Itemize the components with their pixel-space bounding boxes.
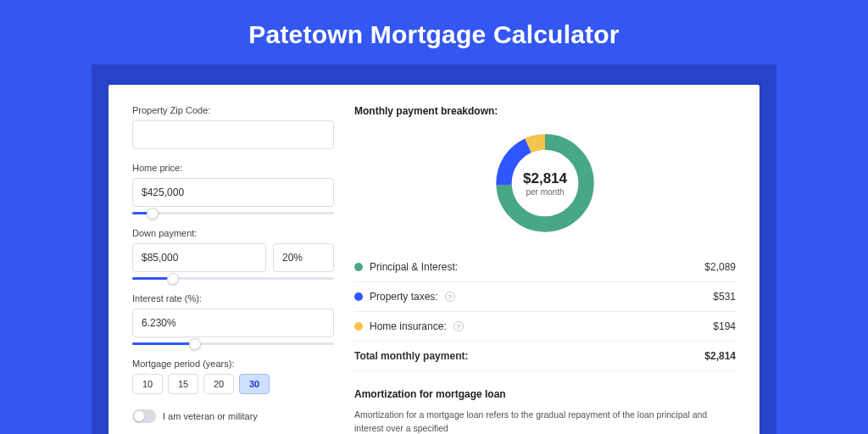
down-payment-input[interactable] (132, 243, 266, 272)
down-payment-pct-input[interactable] (273, 243, 334, 272)
breakdown-title: Monthly payment breakdown: (354, 105, 736, 117)
amortization-text: Amortization for a mortgage loan refers … (354, 409, 736, 434)
donut-center: $2,814 per month (491, 129, 599, 237)
down-payment-label: Down payment: (132, 228, 334, 238)
row-value: $531 (713, 291, 736, 303)
veteran-label: I am veteran or military (163, 411, 258, 421)
breakdown-rows: Principal & Interest: $2,089 Property ta… (354, 253, 736, 371)
period-option-30[interactable]: 30 (239, 374, 270, 394)
zip-input[interactable] (132, 120, 334, 149)
form-column: Property Zip Code: Home price: Down paym… (132, 105, 334, 434)
legend-dot-principal (354, 263, 363, 271)
interest-group: Interest rate (%): (132, 293, 334, 345)
legend-dot-insurance (354, 322, 363, 331)
zip-group: Property Zip Code: (132, 105, 334, 149)
calculator-panel: Property Zip Code: Home price: Down paym… (92, 64, 776, 434)
home-price-group: Home price: (132, 163, 334, 214)
interest-label: Interest rate (%): (132, 293, 334, 303)
period-label: Mortgage period (years): (132, 359, 334, 369)
info-icon[interactable]: ? (445, 292, 455, 302)
period-option-20[interactable]: 20 (203, 374, 234, 394)
interest-slider[interactable] (132, 342, 334, 345)
donut-chart: $2,814 per month (491, 129, 599, 237)
donut-chart-wrap: $2,814 per month (354, 124, 736, 253)
donut-sub: per month (526, 187, 564, 197)
period-option-10[interactable]: 10 (132, 374, 163, 394)
slider-thumb[interactable] (189, 338, 201, 350)
period-segmented: 10 15 20 30 (132, 374, 334, 394)
total-value: $2,814 (704, 350, 736, 362)
period-group: Mortgage period (years): 10 15 20 30 (132, 359, 334, 394)
home-price-input[interactable] (132, 178, 334, 207)
breakdown-row-total: Total monthly payment: $2,814 (354, 342, 736, 371)
donut-value: $2,814 (523, 170, 567, 187)
breakdown-column: Monthly payment breakdown: $2,814 per mo… (354, 105, 736, 434)
row-label: Home insurance: (370, 320, 447, 332)
row-value: $194 (713, 320, 736, 332)
veteran-toggle[interactable] (132, 409, 156, 423)
row-label: Property taxes: (370, 291, 438, 303)
breakdown-row-taxes: Property taxes: ? $531 (354, 282, 736, 312)
breakdown-row-insurance: Home insurance: ? $194 (354, 312, 736, 342)
amortization-section: Amortization for mortgage loan Amortizat… (354, 388, 736, 434)
slider-thumb[interactable] (167, 273, 179, 285)
slider-thumb[interactable] (147, 208, 159, 220)
info-icon[interactable]: ? (453, 321, 464, 331)
home-price-label: Home price: (132, 163, 334, 173)
amortization-title: Amortization for mortgage loan (354, 388, 736, 400)
down-payment-group: Down payment: (132, 228, 334, 280)
calculator-card: Property Zip Code: Home price: Down paym… (108, 85, 760, 434)
period-option-15[interactable]: 15 (168, 374, 198, 394)
zip-label: Property Zip Code: (132, 105, 334, 115)
row-label: Principal & Interest: (370, 261, 458, 273)
interest-input[interactable] (132, 309, 334, 337)
total-label: Total monthly payment: (354, 350, 468, 362)
row-value: $2,089 (704, 261, 736, 273)
page-title: Patetown Mortgage Calculator (0, 20, 868, 49)
home-price-slider[interactable] (132, 212, 334, 214)
legend-dot-taxes (354, 292, 363, 301)
down-payment-slider[interactable] (132, 277, 334, 280)
breakdown-row-principal: Principal & Interest: $2,089 (354, 253, 736, 282)
veteran-row: I am veteran or military (132, 409, 334, 423)
